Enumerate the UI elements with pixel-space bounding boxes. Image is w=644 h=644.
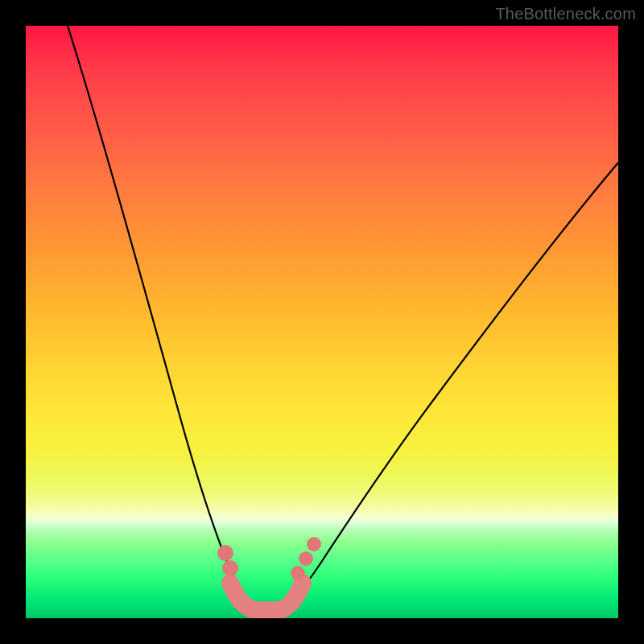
chart-svg xyxy=(26,26,618,618)
marker-dot xyxy=(217,545,233,561)
marker-dot xyxy=(291,566,305,580)
watermark-text: TheBottleneck.com xyxy=(495,5,636,23)
marker-dot xyxy=(299,551,313,566)
left-curve xyxy=(68,26,256,612)
chart-frame xyxy=(26,26,618,618)
valley-band xyxy=(230,583,303,610)
marker-dot xyxy=(307,537,321,551)
marker-dot xyxy=(222,560,238,576)
right-curve xyxy=(280,163,618,612)
